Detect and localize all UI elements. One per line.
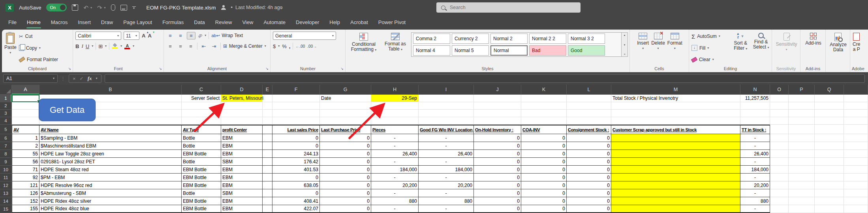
row-header-3[interactable]: 3 [0, 110, 12, 117]
cell-D9[interactable]: SBM [221, 158, 263, 166]
cell-D1[interactable]: St. Peters, Missouri [221, 95, 263, 102]
cell-A8[interactable]: 55 [12, 150, 39, 158]
cell-H8[interactable]: 26,400 [371, 150, 419, 158]
cell-O8[interactable] [770, 150, 789, 158]
cell-E6[interactable] [263, 134, 272, 142]
cell-G14[interactable]: 0 [320, 197, 371, 205]
cell-H15[interactable]: - [371, 205, 419, 213]
menu-tab-file[interactable]: File [3, 15, 22, 30]
row-header-15[interactable]: 15 [0, 205, 12, 213]
col-header-B[interactable]: B [39, 85, 182, 95]
find-select-button[interactable]: Find &Select ▾ [752, 32, 770, 64]
decrease-font-size-button[interactable]: A▾ [148, 33, 151, 39]
cell-L4[interactable] [567, 117, 611, 125]
fill-color-chevron-icon[interactable]: ▾ [120, 45, 122, 48]
menu-tab-formulas[interactable]: Formulas [157, 15, 189, 30]
cell-A12[interactable]: 121 [12, 181, 39, 189]
cell-M1[interactable]: Total Stock / Physical Invenotry [611, 95, 740, 102]
cell-A9[interactable]: 56 [12, 158, 39, 166]
cell-E3[interactable] [263, 110, 272, 117]
increase-indent-button[interactable]: ⇥ [210, 43, 218, 50]
increase-font-size-button[interactable]: A▴ [142, 33, 145, 39]
cell-G9[interactable]: 0 [320, 158, 371, 166]
cell-D4[interactable] [221, 117, 263, 125]
cell-F12[interactable]: 638.05 [272, 181, 320, 189]
merge-center-button[interactable]: ⊞Merge & Center▾ [223, 42, 266, 50]
excel-logo-icon[interactable]: X [6, 4, 14, 12]
cell-X15[interactable] [844, 205, 868, 213]
cell-M10[interactable] [611, 166, 740, 174]
cell-Q5[interactable] [815, 125, 844, 134]
cell-F14[interactable]: 408.41 [272, 197, 320, 205]
cell-F6[interactable]: 0 [272, 134, 320, 142]
cell-M7[interactable] [611, 142, 740, 150]
decrease-decimal-button[interactable]: .00→ [307, 44, 317, 49]
cell-L6[interactable]: 0 [567, 134, 611, 142]
cell-G12[interactable]: 0 [320, 181, 371, 189]
fill-color-button[interactable] [112, 44, 118, 49]
cell-A4[interactable] [12, 117, 39, 125]
cell-H2[interactable] [371, 102, 419, 110]
cell-C5[interactable]: AV Type [182, 125, 221, 134]
cell-X1[interactable] [844, 95, 868, 102]
cell-X7[interactable] [844, 142, 868, 150]
cut-button[interactable]: ✂Cut [19, 32, 58, 40]
select-all-corner[interactable] [0, 85, 12, 95]
cell-P15[interactable] [789, 205, 815, 213]
cell-G4[interactable] [320, 117, 371, 125]
cell-B9[interactable]: 0291881- Lysol 28oz PET [39, 158, 182, 166]
wrap-text-button[interactable]: ab↩Wrap Text [211, 32, 243, 39]
cell-C10[interactable]: EBM Bottle [182, 166, 221, 174]
cell-O14[interactable] [770, 197, 789, 205]
menu-tab-review[interactable]: Review [210, 15, 237, 30]
col-header-K[interactable]: K [521, 85, 567, 95]
cell-M8[interactable] [611, 150, 740, 158]
cell-X14[interactable] [844, 197, 868, 205]
menu-tab-data[interactable]: Data [189, 15, 210, 30]
cell-A15[interactable]: 155 [12, 205, 39, 213]
font-color-chevron-icon[interactable]: ▾ [133, 45, 134, 48]
cell-I1[interactable] [419, 95, 474, 102]
cell-Q9[interactable] [815, 158, 844, 166]
format-as-table-button[interactable]: Format asTable ▾ [382, 32, 409, 64]
cell-K12[interactable]: 0 [521, 181, 567, 189]
cell-H10[interactable]: 184,000 [371, 166, 419, 174]
cell-X8[interactable] [844, 150, 868, 158]
confirm-entry-button[interactable]: ✓ [80, 76, 84, 81]
cell-O15[interactable] [770, 205, 789, 213]
cell-L12[interactable]: 0 [567, 181, 611, 189]
col-header-partial[interactable] [844, 85, 868, 95]
menu-tab-home[interactable]: Home [22, 15, 46, 30]
col-header-C[interactable]: C [182, 85, 221, 95]
align-right-button[interactable]: ≡ [187, 43, 195, 50]
percent-style-button[interactable]: % [282, 43, 287, 49]
cell-L10[interactable]: 0 [567, 166, 611, 174]
cell-A10[interactable]: 71 [12, 166, 39, 174]
font-name-select[interactable]: Calibri▾ [75, 32, 121, 40]
cell-K11[interactable]: 0 [521, 174, 567, 181]
alignment-dialog-launcher[interactable]: ↘ [265, 67, 269, 71]
menu-tab-acrobat[interactable]: Acrobat [345, 15, 373, 30]
cell-K7[interactable]: 0 [521, 142, 567, 150]
cell-Q2[interactable] [815, 102, 844, 110]
cell-N1[interactable]: 11,257,505 [740, 95, 770, 102]
cell-K5[interactable]: COA-INV [521, 125, 567, 134]
cell-L3[interactable] [567, 110, 611, 117]
cell-B6[interactable]: $Sampling - EBM [39, 134, 182, 142]
cell-L11[interactable]: 0 [567, 174, 611, 181]
menu-tab-insert[interactable]: Insert [73, 15, 96, 30]
cell-E10[interactable] [263, 166, 272, 174]
cell-C1[interactable]: Server Select [182, 95, 221, 102]
decrease-indent-button[interactable]: ⇤ [200, 43, 208, 50]
cell-P11[interactable] [789, 174, 815, 181]
cell-N15[interactable]: - [740, 205, 770, 213]
gallery-down-icon[interactable]: ▾ [624, 43, 626, 47]
addins-button[interactable]: Add-ins [805, 32, 821, 64]
cell-Q13[interactable] [815, 189, 844, 197]
cell-P14[interactable] [789, 197, 815, 205]
clipboard-dialog-launcher[interactable]: ↘ [68, 67, 71, 71]
number-format-select[interactable]: General▾ [273, 32, 336, 40]
cell-G13[interactable]: 0 [320, 189, 371, 197]
cell-Q3[interactable] [815, 110, 844, 117]
style-chip-good[interactable]: Good [568, 45, 605, 56]
